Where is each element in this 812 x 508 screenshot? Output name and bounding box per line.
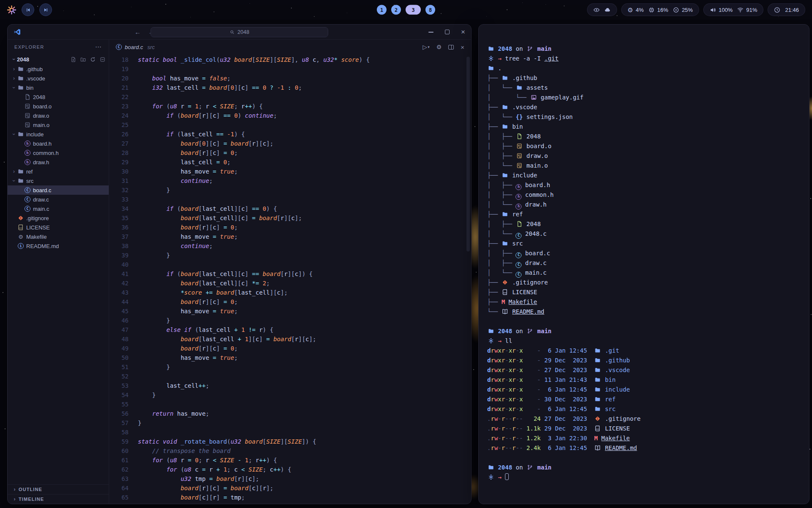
run-button[interactable]: ▷▾	[422, 44, 429, 50]
code-line-41[interactable]: 41 if (board[last_cell][c] == board[r][c…	[109, 269, 471, 279]
editor-settings-icon[interactable]: ⚙	[436, 44, 442, 50]
code-line-51[interactable]: 51 }	[109, 362, 471, 372]
code-line-20[interactable]: 20 bool has_move = false;	[109, 74, 471, 83]
cloud-icon[interactable]	[604, 7, 611, 13]
code-line-27[interactable]: 27 board[0][c] = board[r][c];	[109, 139, 471, 148]
terminal-window[interactable]: 2048 on main → tree -a -I .git .├── .git…	[478, 24, 809, 504]
code-line-46[interactable]: 46 }	[109, 316, 471, 325]
explorer-item-ref[interactable]: ›ref	[8, 167, 109, 176]
code-line-52[interactable]: 52	[109, 372, 471, 381]
code-line-63[interactable]: 63 u32 tmp = board[r][c];	[109, 474, 471, 483]
code-line-22[interactable]: 22	[109, 92, 471, 102]
code-line-43[interactable]: 43 *score += board[last_cell][c];	[109, 288, 471, 297]
maximize-button[interactable]	[445, 30, 450, 34]
explorer-item-board.o[interactable]: board.o	[8, 102, 109, 111]
workspace-1[interactable]: 1	[377, 5, 387, 15]
code-line-59[interactable]: 59static void _rotate_board(u32 board[SI…	[109, 437, 471, 446]
code-line-38[interactable]: 38 continue;	[109, 241, 471, 251]
explorer-item-draw.c[interactable]: Cdraw.c	[8, 195, 109, 204]
code-line-35[interactable]: 35 board[last_cell][c] = board[r][c];	[109, 213, 471, 223]
workspace-3[interactable]: 3	[406, 5, 421, 15]
code-line-34[interactable]: 34 if (board[last_cell][c] == 0) {	[109, 204, 471, 213]
code-line-55[interactable]: 55	[109, 400, 471, 409]
code-line-33[interactable]: 33	[109, 195, 471, 204]
vscode-titlebar[interactable]: ← → 2048 ×	[8, 25, 471, 40]
explorer-item-common.h[interactable]: hcommon.h	[8, 148, 109, 157]
clock-widget[interactable]: 21:46	[768, 3, 805, 16]
new-file-icon[interactable]	[71, 57, 76, 62]
code-line-31[interactable]: 31 continue;	[109, 176, 471, 185]
explorer-item-src[interactable]: ›src	[8, 176, 109, 185]
explorer-item-main.o[interactable]: main.o	[8, 120, 109, 130]
code-line-53[interactable]: 53 last_cell++;	[109, 381, 471, 390]
explorer-item-bin[interactable]: ›bin	[8, 83, 109, 92]
code-line-57[interactable]: 57}	[109, 418, 471, 428]
code-line-45[interactable]: 45 has_move = true;	[109, 306, 471, 316]
outline-panel[interactable]: ›OUTLINE	[8, 484, 109, 494]
editor-scrollbar[interactable]	[466, 57, 470, 251]
explorer-item-board.h[interactable]: hboard.h	[8, 139, 109, 148]
workspace-2[interactable]: 2	[391, 5, 401, 15]
code-line-40[interactable]: 40	[109, 260, 471, 269]
refresh-icon[interactable]	[90, 57, 96, 62]
distro-logo-icon[interactable]	[7, 5, 16, 15]
explorer-item-draw.h[interactable]: hdraw.h	[8, 157, 109, 167]
split-editor-button[interactable]	[448, 45, 454, 50]
code-line-42[interactable]: 42 board[last_cell][c] *= 2;	[109, 279, 471, 288]
wifi-stat[interactable]: 91%	[737, 7, 757, 13]
code-line-32[interactable]: 32 }	[109, 185, 471, 195]
code-line-18[interactable]: 18static bool _slide_col(u32 board[SIZE]…	[109, 55, 471, 64]
code-line-62[interactable]: 62 for (u8 c = r + 1; c < SIZE; c++) {	[109, 465, 471, 474]
explorer-item-main.c[interactable]: Cmain.c	[8, 204, 109, 213]
explorer-item-.github[interactable]: ›.github	[8, 64, 109, 74]
breadcrumb[interactable]: src	[147, 44, 154, 50]
new-folder-icon[interactable]	[80, 57, 86, 62]
explorer-item-LICENSE[interactable]: LICENSE	[8, 223, 109, 232]
code-line-61[interactable]: 61 for (u8 r = 0; r < SIZE - 1; r++) {	[109, 456, 471, 465]
media-next-button[interactable]	[39, 3, 52, 16]
code-line-29[interactable]: 29 last_cell = 0;	[109, 157, 471, 167]
collapse-all-icon[interactable]	[100, 57, 105, 62]
explorer-item-board.c[interactable]: Cboard.c	[8, 185, 109, 195]
code-line-65[interactable]: 65 board[c][r] = tmp;	[109, 493, 471, 502]
explorer-item-2048[interactable]: 2048	[8, 92, 109, 102]
code-editor[interactable]: 18static bool _slide_col(u32 board[SIZE]…	[109, 54, 471, 504]
code-line-28[interactable]: 28 board[r][c] = 0;	[109, 148, 471, 157]
explorer-item-include[interactable]: ›include	[8, 130, 109, 139]
code-line-37[interactable]: 37 has_move = true;	[109, 232, 471, 241]
minimize-button[interactable]	[428, 32, 433, 33]
vscode-logo-icon[interactable]	[14, 28, 21, 36]
code-line-19[interactable]: 19	[109, 64, 471, 74]
code-line-30[interactable]: 30 has_move = true;	[109, 167, 471, 176]
code-line-49[interactable]: 49 board[r][c] = 0;	[109, 344, 471, 353]
media-prev-button[interactable]	[22, 3, 34, 16]
tab-filename[interactable]: board.c	[125, 44, 143, 50]
volume-stat[interactable]: 100%	[710, 7, 732, 13]
code-line-23[interactable]: 23 for (u8 r = 1; r < SIZE; r++) {	[109, 102, 471, 111]
eye-icon[interactable]	[593, 7, 600, 13]
code-line-26[interactable]: 26 if (last_cell == -1) {	[109, 130, 471, 139]
explorer-item-draw.o[interactable]: draw.o	[8, 111, 109, 120]
code-line-60[interactable]: 60 // transpose the board	[109, 446, 471, 456]
explorer-item-Makefile[interactable]: ⚙Makefile	[8, 232, 109, 241]
explorer-item-.gitignore[interactable]: .gitignore	[8, 213, 109, 223]
code-line-36[interactable]: 36 board[r][c] = 0;	[109, 223, 471, 232]
code-line-58[interactable]: 58	[109, 428, 471, 437]
workspace-8[interactable]: 8	[425, 5, 435, 15]
editor-pane[interactable]: C board.c src ▷▾ ⚙ × 18static bool _slid…	[109, 40, 471, 504]
code-line-54[interactable]: 54 }	[109, 390, 471, 400]
code-line-24[interactable]: 24 if (board[r][c] == 0) continue;	[109, 111, 471, 120]
explorer-item-README.md[interactable]: iREADME.md	[8, 241, 109, 251]
code-line-47[interactable]: 47 else if (last_cell + 1 != r) {	[109, 325, 471, 334]
command-center-search[interactable]: 2048	[151, 27, 328, 37]
timeline-panel[interactable]: ›TIMELINE	[8, 494, 109, 504]
code-line-44[interactable]: 44 board[r][c] = 0;	[109, 297, 471, 306]
explorer-item-.vscode[interactable]: ›.vscode	[8, 74, 109, 83]
code-line-56[interactable]: 56 return has_move;	[109, 409, 471, 418]
code-line-50[interactable]: 50 has_move = true;	[109, 353, 471, 362]
explorer-more-actions-icon[interactable]: ⋯	[95, 43, 102, 51]
code-line-64[interactable]: 64 board[r][c] = board[c][r];	[109, 483, 471, 493]
explorer-root-folder[interactable]: › 2048	[8, 54, 109, 64]
code-line-39[interactable]: 39 }	[109, 251, 471, 260]
code-line-21[interactable]: 21 i32 last_cell = board[0][c] == 0 ? -1…	[109, 83, 471, 92]
